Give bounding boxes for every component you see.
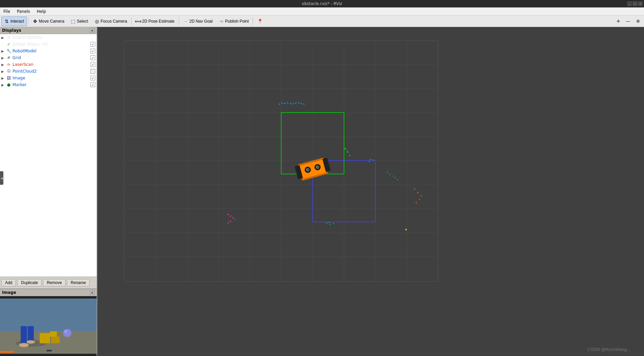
maximize-button[interactable]: □ — [633, 1, 637, 6]
svg-point-47 — [279, 103, 280, 105]
select-button[interactable]: ⬚ Select — [68, 17, 91, 26]
minimize-button[interactable]: _ — [627, 1, 632, 6]
svg-point-5 — [19, 343, 29, 347]
svg-point-57 — [345, 148, 346, 150]
displays-panel-header: Displays × — [0, 27, 97, 34]
2d-nav-button[interactable]: ⇒ Publish Point — [216, 17, 251, 26]
left-panel: Displays × ▶ ⚙ Global Options ▶ ✓ Global… — [0, 27, 97, 356]
svg-rect-7 — [40, 333, 50, 344]
global-options-arrow: ▶ — [1, 36, 6, 40]
collapse-panel-handle[interactable]: ◀ — [0, 171, 3, 185]
displays-title: Displays — [2, 28, 21, 33]
menu-help[interactable]: Help — [35, 8, 48, 15]
svg-point-10 — [63, 329, 72, 337]
settings-toolbar-button[interactable]: ⚙ — [634, 17, 643, 26]
move-camera-button[interactable]: ✥ Move Camera — [30, 17, 67, 26]
main-viewport[interactable]: CSDN @RockWang... — [97, 27, 644, 356]
toolbar-sep-2 — [131, 17, 131, 25]
svg-point-56 — [303, 103, 304, 105]
toolbar: ⇅ Interact ✥ Move Camera ⬚ Select ◎ Focu… — [0, 16, 644, 27]
add-toolbar-button[interactable]: ✛ — [614, 17, 623, 26]
displays-close-button[interactable]: × — [90, 28, 95, 33]
svg-point-82 — [419, 199, 420, 200]
image-viewport — [0, 296, 97, 356]
menubar: File Panels Help — [0, 7, 644, 16]
marker-checkbox[interactable] — [91, 82, 95, 87]
duplicate-display-button[interactable]: Duplicate — [17, 279, 42, 286]
svg-point-66 — [392, 176, 393, 177]
point-cloud2-checkbox[interactable] — [91, 69, 95, 74]
svg-point-52 — [292, 103, 294, 104]
2d-nav-icon: ⇒ — [219, 19, 224, 24]
rename-display-button[interactable]: Rename — [67, 279, 90, 286]
displays-panel: Displays × ▶ ⚙ Global Options ▶ ✓ Global… — [0, 27, 97, 288]
tree-item-global-status[interactable]: ▶ ✓ Global Status: Ok — [0, 41, 97, 48]
svg-point-58 — [347, 151, 348, 153]
interact-button[interactable]: ⇅ Interact — [1, 17, 27, 26]
grid-checkbox[interactable] — [91, 55, 95, 60]
tree-item-robot-model[interactable]: ▶ 🔧 RobotModel — [0, 48, 97, 54]
point-cloud2-label: PointCloud2 — [13, 69, 91, 74]
image-svg — [0, 296, 97, 356]
displays-panel-buttons: Add Duplicate Remove Rename — [0, 277, 97, 288]
laser-scan-icon: ⟳ — [6, 62, 11, 67]
image-panel-title: Image — [2, 290, 16, 295]
menu-panels[interactable]: Panels — [15, 8, 32, 15]
svg-point-72 — [234, 219, 236, 220]
image-panel: Image × — [0, 288, 97, 356]
tree-item-global-options[interactable]: ▶ ⚙ Global Options — [0, 34, 97, 41]
image-checkbox[interactable] — [91, 76, 95, 80]
robot-model-label: RobotModel — [13, 49, 91, 53]
svg-point-48 — [281, 102, 283, 104]
svg-rect-13 — [47, 350, 52, 351]
tree-item-marker[interactable]: ▶ ● Marker — [0, 81, 97, 88]
robot-model-checkbox[interactable] — [91, 49, 95, 53]
svg-point-75 — [326, 222, 327, 224]
svg-point-64 — [387, 172, 388, 173]
publish-point-button[interactable]: 📍 — [254, 17, 266, 26]
image-arrow: ▶ — [1, 76, 6, 80]
svg-point-69 — [228, 214, 229, 215]
measure-button[interactable]: ⟺ 2D Pose Estimate — [133, 17, 177, 26]
toolbar-sep-3 — [179, 17, 179, 25]
add-display-button[interactable]: Add — [1, 279, 16, 286]
global-status-checkbox[interactable] — [91, 42, 95, 47]
svg-rect-14 — [97, 27, 644, 356]
focus-camera-button[interactable]: ◎ Focus Camera — [92, 17, 130, 26]
move-camera-label: Move Camera — [39, 19, 64, 24]
svg-point-50 — [287, 102, 288, 103]
svg-point-60 — [347, 150, 348, 151]
svg-point-54 — [298, 102, 299, 103]
global-status-label: Global Status: Ok — [13, 42, 91, 47]
laser-scan-label: LaserScan — [13, 62, 91, 67]
measure-label: 2D Pose Estimate — [142, 19, 174, 24]
tree-item-laser-scan[interactable]: ▶ ⟳ LaserScan — [0, 61, 97, 68]
grid-label: Grid — [13, 55, 91, 60]
svg-point-61 — [370, 159, 371, 160]
displays-tree: ▶ ⚙ Global Options ▶ ✓ Global Status: Ok… — [0, 34, 97, 277]
robot-model-arrow: ▶ — [1, 49, 6, 53]
dash-toolbar-button[interactable]: — — [623, 17, 633, 26]
svg-point-6 — [27, 340, 35, 344]
svg-point-51 — [290, 103, 291, 104]
main-layout: Displays × ▶ ⚙ Global Options ▶ ✓ Global… — [0, 27, 644, 356]
global-status-icon: ✓ — [6, 42, 11, 47]
image-panel-close-button[interactable]: × — [90, 290, 95, 295]
tree-item-image[interactable]: ▶ 🖼 Image — [0, 75, 97, 81]
focus-camera-icon: ◎ — [94, 19, 100, 24]
svg-point-81 — [421, 195, 422, 197]
close-button[interactable]: × — [638, 1, 643, 6]
global-options-label: Global Options — [13, 35, 95, 40]
2d-pose-button[interactable]: → 2D Nav Goal — [180, 17, 216, 26]
titlebar-controls: _ □ × — [627, 1, 643, 6]
menu-file[interactable]: File — [1, 8, 12, 15]
tree-item-grid[interactable]: ▶ # Grid — [0, 54, 97, 61]
laser-scan-checkbox[interactable] — [91, 62, 95, 67]
select-icon: ⬚ — [70, 19, 76, 24]
svg-point-63 — [369, 161, 370, 162]
remove-display-button[interactable]: Remove — [43, 279, 66, 286]
image-label: Image — [13, 76, 91, 80]
tree-item-point-cloud2[interactable]: ▶ ⦿ PointCloud2 — [0, 68, 97, 75]
svg-point-76 — [329, 224, 331, 225]
grid-icon: # — [6, 55, 11, 60]
